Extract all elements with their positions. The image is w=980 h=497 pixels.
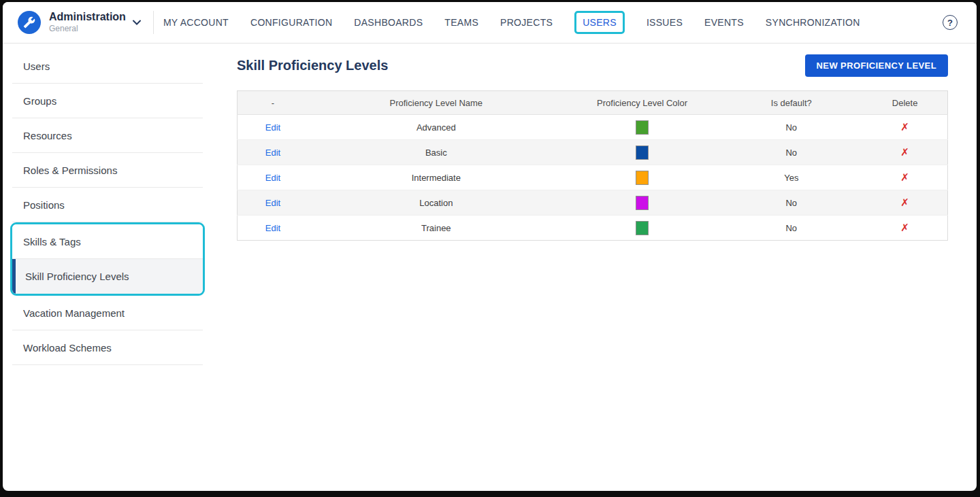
edit-cell: Edit [238,140,308,165]
sidebar-item-groups[interactable]: Groups [12,84,203,118]
edit-link[interactable]: Edit [265,198,280,208]
new-proficiency-level-button[interactable]: NEW PROFICIENCY LEVEL [805,54,948,77]
delete-cell: ✗ [862,216,947,241]
delete-icon[interactable]: ✗ [900,146,909,158]
sidebar-item-label: Skills & Tags [23,236,81,247]
sidebar-highlight-group: Skills & TagsSkill Proficiency Levels [10,222,205,296]
sidebar-item-label: Users [23,61,50,72]
nav-item-dashboards[interactable]: DASHBOARDS [354,17,423,28]
nav-item-users[interactable]: USERS [574,11,625,34]
nav-item-teams[interactable]: TEAMS [444,17,478,28]
proficiency-color-cell [564,140,721,165]
sidebar-item-skill-proficiency-levels[interactable]: Skill Proficiency Levels [12,259,203,294]
proficiency-table: -Proficiency Level NameProficiency Level… [237,90,948,241]
sidebar-item-positions[interactable]: Positions [12,188,203,222]
color-swatch [636,120,649,135]
sidebar-item-label: Positions [23,199,65,211]
column-header-proficiency-level-color: Proficiency Level Color [564,91,721,115]
table-row: EditBasicNo✗ [238,140,948,165]
table-row: EditIntermediateYes✗ [238,165,948,190]
admin-context-switcher[interactable]: Administration General [3,11,141,34]
edit-link[interactable]: Edit [265,122,280,133]
color-swatch [636,196,649,210]
is-default-value: No [785,148,797,158]
sidebar-item-workload-schemes[interactable]: Workload Schemes [12,330,203,365]
nav-item-events[interactable]: EVENTS [704,17,744,28]
brand-text: Administration General [49,11,126,33]
sidebar-item-resources[interactable]: Resources [12,118,203,153]
chevron-down-icon [133,20,141,25]
delete-cell: ✗ [862,140,947,165]
is-default-value: No [785,223,797,233]
is-default-value: Yes [784,173,798,183]
sidebar-item-roles-permissions[interactable]: Roles & Permissions [12,153,203,188]
edit-cell: Edit [238,165,308,190]
color-swatch [636,145,649,160]
proficiency-name-cell: Basic [308,140,564,165]
is-default-cell: No [720,115,862,140]
column-header-delete: Delete [862,91,947,115]
edit-link[interactable]: Edit [265,148,280,158]
edit-cell: Edit [238,190,308,216]
delete-icon[interactable]: ✗ [900,196,909,208]
help-icon[interactable]: ? [943,15,958,30]
nav-item-synchronization[interactable]: SYNCHRONIZATION [766,17,860,28]
proficiency-table-wrap: -Proficiency Level NameProficiency Level… [237,90,948,241]
table-body: EditAdvancedNo✗EditBasicNo✗EditIntermedi… [238,115,948,241]
is-default-value: No [785,198,797,208]
is-default-cell: No [720,216,862,241]
main-panel: Skill Proficiency Levels NEW PROFICIENCY… [227,44,977,491]
sidebar-item-label: Workload Schemes [23,342,112,354]
top-nav: Administration General MY ACCOUNTCONFIGU… [3,2,977,44]
delete-icon[interactable]: ✗ [900,121,909,133]
column-header-edit: - [238,91,308,115]
nav-item-configuration[interactable]: CONFIGURATION [250,17,332,28]
delete-icon[interactable]: ✗ [900,222,909,233]
sidebar-item-label: Skill Proficiency Levels [25,271,129,282]
sidebar-item-vacation-management[interactable]: Vacation Management [12,296,203,330]
table-row: EditLocationNo✗ [238,190,948,216]
edit-link[interactable]: Edit [265,223,280,233]
proficiency-name: Intermediate [412,173,461,183]
proficiency-name: Location [419,198,453,208]
nav-divider [153,11,154,34]
sidebar-item-users[interactable]: Users [12,49,203,84]
proficiency-name-cell: Location [308,190,564,216]
nav-item-issues[interactable]: ISSUES [647,17,683,28]
edit-cell: Edit [238,216,308,241]
sidebar-item-skills-tags[interactable]: Skills & Tags [12,224,203,259]
delete-icon[interactable]: ✗ [900,171,909,183]
is-default-cell: No [720,190,862,216]
brand-title: Administration [49,11,126,23]
edit-link[interactable]: Edit [265,173,280,183]
brand-subtitle: General [49,24,126,34]
delete-cell: ✗ [862,115,947,140]
nav-item-projects[interactable]: PROJECTS [500,17,553,28]
nav-item-my-account[interactable]: MY ACCOUNT [163,17,229,28]
proficiency-name: Advanced [416,122,456,133]
color-swatch [636,221,649,235]
edit-cell: Edit [238,115,308,140]
is-default-cell: No [720,140,862,165]
table-row: EditAdvancedNo✗ [238,115,948,140]
proficiency-color-cell [564,165,721,190]
is-default-cell: Yes [720,165,862,190]
column-header-proficiency-level-name: Proficiency Level Name [308,91,564,115]
table-row: EditTraineeNo✗ [238,216,948,241]
proficiency-name-cell: Intermediate [308,165,564,190]
proficiency-color-cell [564,115,721,140]
page-title: Skill Proficiency Levels [237,58,388,73]
sidebar: UsersGroupsResourcesRoles & PermissionsP… [3,44,227,491]
color-swatch [636,171,649,185]
app-window: Administration General MY ACCOUNTCONFIGU… [3,2,977,491]
sidebar-item-label: Resources [23,130,72,141]
content-area: UsersGroupsResourcesRoles & PermissionsP… [3,44,977,491]
delete-cell: ✗ [862,190,947,216]
main-header: Skill Proficiency Levels NEW PROFICIENCY… [237,54,948,77]
wrench-icon [18,11,41,34]
proficiency-name-cell: Trainee [308,216,564,241]
table-header-row: -Proficiency Level NameProficiency Level… [238,91,948,115]
sidebar-list: UsersGroupsResourcesRoles & PermissionsP… [12,49,203,365]
proficiency-name: Trainee [421,223,451,233]
proficiency-name: Basic [425,148,447,158]
